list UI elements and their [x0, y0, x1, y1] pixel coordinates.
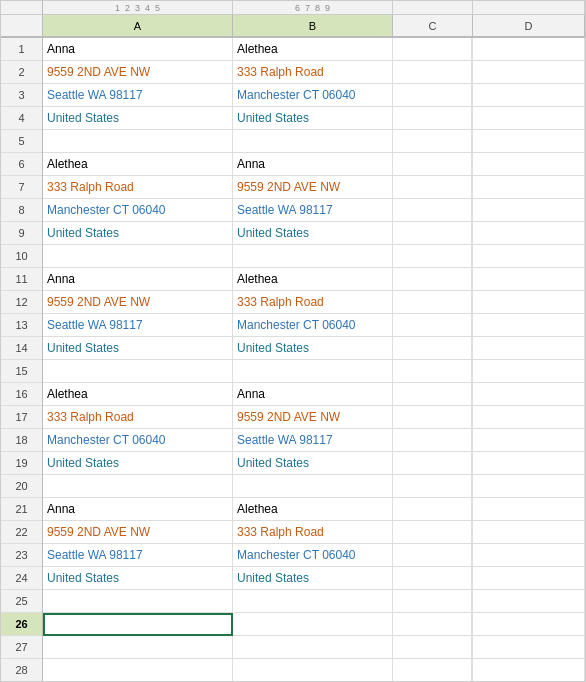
- cell-B15[interactable]: [233, 360, 393, 383]
- cell-B7[interactable]: 9559 2ND AVE NW: [233, 176, 393, 199]
- row-header-24[interactable]: 24: [1, 567, 42, 590]
- row-header-17[interactable]: 17: [1, 406, 42, 429]
- row-header-5[interactable]: 5: [1, 130, 42, 153]
- cell-B20[interactable]: [233, 475, 393, 498]
- cell-A9[interactable]: United States: [43, 222, 233, 245]
- cell-B8[interactable]: Seattle WA 98117: [233, 199, 393, 222]
- col-header-B[interactable]: B: [233, 15, 393, 37]
- cell-C14[interactable]: [393, 337, 472, 360]
- cell-A3[interactable]: Seattle WA 98117: [43, 84, 233, 107]
- cell-C5[interactable]: [393, 130, 472, 153]
- row-header-10[interactable]: 10: [1, 245, 42, 268]
- cell-D24[interactable]: [473, 567, 585, 590]
- cell-C4[interactable]: [393, 107, 472, 130]
- row-header-22[interactable]: 22: [1, 521, 42, 544]
- row-header-12[interactable]: 12: [1, 291, 42, 314]
- row-header-23[interactable]: 23: [1, 544, 42, 567]
- col-header-C[interactable]: C: [393, 15, 473, 37]
- cell-D16[interactable]: [473, 383, 585, 406]
- row-header-28[interactable]: 28: [1, 659, 42, 681]
- cell-C12[interactable]: [393, 291, 472, 314]
- cell-D9[interactable]: [473, 222, 585, 245]
- cell-D7[interactable]: [473, 176, 585, 199]
- cell-A4[interactable]: United States: [43, 107, 233, 130]
- cell-C24[interactable]: [393, 567, 472, 590]
- cell-C23[interactable]: [393, 544, 472, 567]
- row-header-16[interactable]: 16: [1, 383, 42, 406]
- cell-B6[interactable]: Anna: [233, 153, 393, 176]
- cell-C21[interactable]: [393, 498, 472, 521]
- cell-D3[interactable]: [473, 84, 585, 107]
- cell-C20[interactable]: [393, 475, 472, 498]
- cell-A21[interactable]: Anna: [43, 498, 233, 521]
- cell-D1[interactable]: [473, 38, 585, 61]
- cell-A8[interactable]: Manchester CT 06040: [43, 199, 233, 222]
- cell-D10[interactable]: [473, 245, 585, 268]
- cell-A14[interactable]: United States: [43, 337, 233, 360]
- row-header-3[interactable]: 3: [1, 84, 42, 107]
- row-header-11[interactable]: 11: [1, 268, 42, 291]
- cell-D2[interactable]: [473, 61, 585, 84]
- cell-A19[interactable]: United States: [43, 452, 233, 475]
- cell-C19[interactable]: [393, 452, 472, 475]
- cell-A7[interactable]: 333 Ralph Road: [43, 176, 233, 199]
- cell-A5[interactable]: [43, 130, 233, 153]
- cell-A15[interactable]: [43, 360, 233, 383]
- cell-D14[interactable]: [473, 337, 585, 360]
- row-header-9[interactable]: 9: [1, 222, 42, 245]
- cell-D18[interactable]: [473, 429, 585, 452]
- cell-C17[interactable]: [393, 406, 472, 429]
- cell-B18[interactable]: Seattle WA 98117: [233, 429, 393, 452]
- cell-B12[interactable]: 333 Ralph Road: [233, 291, 393, 314]
- cell-A11[interactable]: Anna: [43, 268, 233, 291]
- cell-B28[interactable]: [233, 659, 393, 681]
- col-header-D[interactable]: D: [473, 15, 585, 37]
- cell-A24[interactable]: United States: [43, 567, 233, 590]
- cell-A16[interactable]: Alethea: [43, 383, 233, 406]
- cell-C3[interactable]: [393, 84, 472, 107]
- cell-C11[interactable]: [393, 268, 472, 291]
- row-header-7[interactable]: 7: [1, 176, 42, 199]
- cell-B16[interactable]: Anna: [233, 383, 393, 406]
- cell-A12[interactable]: 9559 2ND AVE NW: [43, 291, 233, 314]
- row-header-13[interactable]: 13: [1, 314, 42, 337]
- cell-A18[interactable]: Manchester CT 06040: [43, 429, 233, 452]
- row-header-21[interactable]: 21: [1, 498, 42, 521]
- row-header-4[interactable]: 4: [1, 107, 42, 130]
- cell-C22[interactable]: [393, 521, 472, 544]
- cell-B13[interactable]: Manchester CT 06040: [233, 314, 393, 337]
- cell-A1[interactable]: Anna: [43, 38, 233, 61]
- cell-A28[interactable]: [43, 659, 233, 681]
- row-header-14[interactable]: 14: [1, 337, 42, 360]
- cell-D13[interactable]: [473, 314, 585, 337]
- cell-D19[interactable]: [473, 452, 585, 475]
- col-header-A[interactable]: A: [43, 15, 233, 37]
- cell-A17[interactable]: 333 Ralph Road: [43, 406, 233, 429]
- cell-D27[interactable]: [473, 636, 585, 659]
- cell-C18[interactable]: [393, 429, 472, 452]
- cell-C13[interactable]: [393, 314, 472, 337]
- cell-B10[interactable]: [233, 245, 393, 268]
- cell-B22[interactable]: 333 Ralph Road: [233, 521, 393, 544]
- cell-B5[interactable]: [233, 130, 393, 153]
- cell-C27[interactable]: [393, 636, 472, 659]
- cell-D28[interactable]: [473, 659, 585, 681]
- row-header-8[interactable]: 8: [1, 199, 42, 222]
- cell-B26[interactable]: [233, 613, 393, 636]
- cell-B3[interactable]: Manchester CT 06040: [233, 84, 393, 107]
- cell-D4[interactable]: [473, 107, 585, 130]
- cell-C1[interactable]: [393, 38, 472, 61]
- cell-B21[interactable]: Alethea: [233, 498, 393, 521]
- cell-A22[interactable]: 9559 2ND AVE NW: [43, 521, 233, 544]
- row-header-25[interactable]: 25: [1, 590, 42, 613]
- cell-A2[interactable]: 9559 2ND AVE NW: [43, 61, 233, 84]
- cell-C9[interactable]: [393, 222, 472, 245]
- row-header-26[interactable]: 26: [1, 613, 42, 636]
- cell-C6[interactable]: [393, 153, 472, 176]
- cell-C28[interactable]: [393, 659, 472, 681]
- row-header-18[interactable]: 18: [1, 429, 42, 452]
- cell-D20[interactable]: [473, 475, 585, 498]
- cell-B14[interactable]: United States: [233, 337, 393, 360]
- row-header-27[interactable]: 27: [1, 636, 42, 659]
- cell-D23[interactable]: [473, 544, 585, 567]
